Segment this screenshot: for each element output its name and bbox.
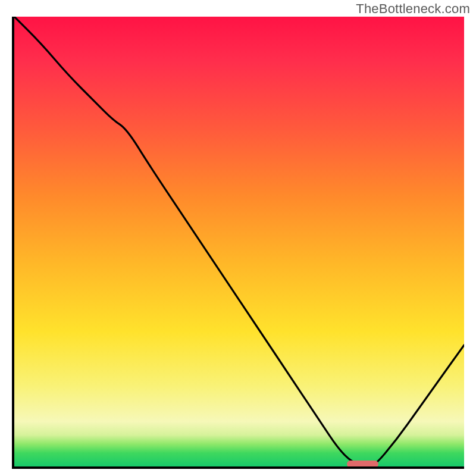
curve-layer (14, 17, 464, 466)
plot-area (12, 17, 464, 469)
watermark-label: TheBottleneck.com (356, 1, 470, 17)
chart-container: TheBottleneck.com (0, 0, 476, 476)
optimal-range-marker (347, 461, 378, 468)
bottleneck-curve (14, 17, 464, 466)
